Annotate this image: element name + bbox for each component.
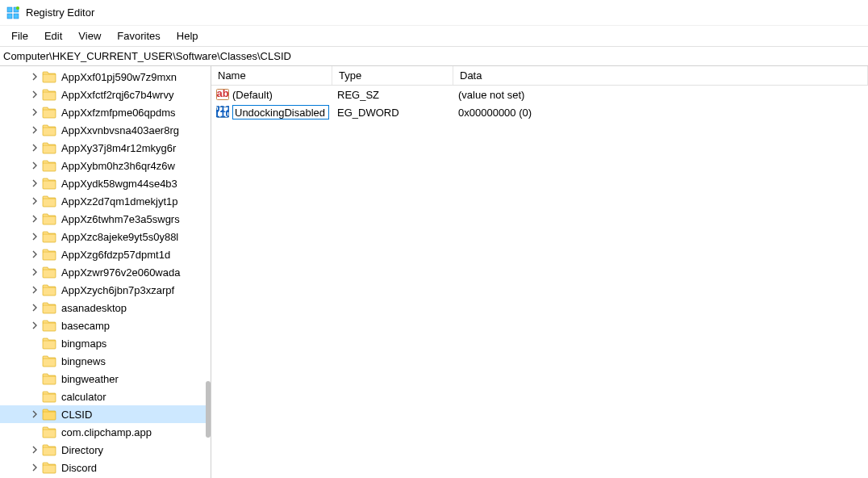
- tree-scrollbar-thumb[interactable]: [206, 381, 211, 438]
- tree-item[interactable]: com.clipchamp.app: [0, 423, 211, 441]
- tree-item[interactable]: AppXzwr976v2e060wada: [0, 263, 211, 281]
- menu-edit[interactable]: Edit: [36, 27, 70, 44]
- tree-item-label: AppXzwr976v2e060wada: [60, 266, 182, 279]
- tree-item[interactable]: AppXydk58wgm44se4b3: [0, 174, 211, 192]
- column-header-type[interactable]: Type: [332, 66, 453, 85]
- tree-item-label: com.clipchamp.app: [60, 426, 153, 438]
- tree-item[interactable]: AppXzych6jbn7p3xzarpf: [0, 281, 211, 299]
- menu-favorites[interactable]: Favorites: [109, 27, 168, 44]
- value-name-edit[interactable]: [232, 105, 329, 120]
- tree-item-label: bingmaps: [60, 338, 108, 350]
- expand-icon[interactable]: [29, 195, 40, 207]
- app-icon: [6, 6, 19, 19]
- tree-item-label: AppXz2d7qm1dmekjyt1p: [60, 195, 180, 208]
- expand-icon[interactable]: [29, 320, 40, 331]
- tree-item[interactable]: asanadesktop: [0, 299, 211, 317]
- expand-icon[interactable]: [29, 409, 40, 420]
- svg-point-4: [16, 6, 19, 10]
- menu-help[interactable]: Help: [169, 27, 207, 44]
- menu-view[interactable]: View: [70, 27, 109, 44]
- tree-item[interactable]: bingnews: [0, 352, 211, 370]
- tree-item-label: bingnews: [60, 355, 107, 367]
- cell-name: 011 110: [211, 105, 332, 120]
- expand-icon[interactable]: [29, 462, 40, 473]
- list-body[interactable]: ab (Default) REG_SZ (value not set) 011 …: [211, 86, 868, 478]
- tree-item-label: AppXzc8ajeke9yt5s0y88l: [60, 231, 180, 243]
- menu-file[interactable]: File: [3, 27, 36, 44]
- expand-icon[interactable]: [29, 142, 40, 153]
- list-header: Name Type Data: [211, 66, 868, 86]
- tree-item-label: AppXz6twhm7e3a5swgrs: [60, 213, 182, 225]
- cell-name: ab (Default): [211, 88, 332, 101]
- tree-item-label: asanadesktop: [60, 302, 128, 314]
- expand-icon[interactable]: [29, 124, 40, 136]
- tree-item-label: AppXxf01pj590w7z9mxn: [60, 71, 178, 83]
- value-name: (Default): [232, 89, 273, 101]
- list-pane: Name Type Data ab (Default) REG_SZ (valu…: [211, 66, 868, 478]
- tree-item-label: basecamp: [60, 320, 111, 332]
- tree-item[interactable]: AppXz6twhm7e3a5swgrs: [0, 210, 211, 228]
- expand-icon[interactable]: [29, 231, 40, 242]
- cell-type: EG_DWORD: [332, 107, 453, 119]
- svg-text:ab: ab: [216, 88, 228, 99]
- cell-type: REG_SZ: [332, 89, 453, 101]
- tree-item[interactable]: AppXy37j8m4r12mkyg6r: [0, 139, 211, 157]
- svg-rect-3: [14, 14, 19, 19]
- tree-item[interactable]: bingweather: [0, 370, 211, 388]
- expand-icon[interactable]: [29, 302, 40, 313]
- tree-item[interactable]: Directory: [0, 441, 211, 459]
- expand-icon[interactable]: [29, 284, 40, 296]
- expand-icon[interactable]: [29, 71, 40, 82]
- tree-item-label: AppXybm0hz3h6qr4z6w: [60, 160, 177, 172]
- tree-item[interactable]: calculator: [0, 388, 211, 405]
- column-header-name[interactable]: Name: [211, 66, 332, 85]
- expand-icon[interactable]: [29, 160, 40, 171]
- tree-item-label: AppXxfzmfpme06qpdms: [60, 107, 177, 119]
- tree-item[interactable]: AppXxfctf2rqj6c7b4wrvy: [0, 86, 211, 103]
- svg-text:110: 110: [216, 107, 229, 120]
- cell-data: (value not set): [453, 89, 868, 101]
- title-bar: Registry Editor: [0, 0, 868, 26]
- tree-item-label: AppXzg6fdzp57dpmt1d: [60, 249, 172, 261]
- main-area: AppXxf01pj590w7z9mxn AppXxfctf2rqj6c7b4w…: [0, 66, 868, 478]
- expand-icon[interactable]: [29, 249, 40, 260]
- expand-icon[interactable]: [29, 266, 40, 278]
- tree-pane[interactable]: AppXxf01pj590w7z9mxn AppXxfctf2rqj6c7b4w…: [0, 66, 211, 478]
- tree-item-label: bingweather: [60, 373, 120, 385]
- tree-item[interactable]: AppXxfzmfpme06qpdms: [0, 103, 211, 121]
- address-bar: [0, 47, 868, 66]
- tree-item-label: CLSID: [60, 409, 94, 421]
- tree-item[interactable]: AppXxf01pj590w7z9mxn: [0, 68, 211, 86]
- expand-icon[interactable]: [29, 444, 40, 455]
- expand-icon[interactable]: [29, 107, 40, 118]
- tree-item-label: calculator: [60, 391, 108, 403]
- tree-item[interactable]: AppXzg6fdzp57dpmt1d: [0, 245, 211, 263]
- tree-item-label: AppXydk58wgm44se4b3: [60, 178, 179, 190]
- tree-item[interactable]: AppXzc8ajeke9yt5s0y88l: [0, 228, 211, 245]
- tree-item[interactable]: AppXxvnbvsna403aer8rg: [0, 121, 211, 139]
- window-title: Registry Editor: [26, 6, 94, 19]
- svg-rect-0: [7, 7, 12, 12]
- tree-item[interactable]: Discord: [0, 459, 211, 476]
- value-row[interactable]: ab (Default) REG_SZ (value not set): [211, 86, 868, 103]
- tree-item[interactable]: CLSID: [0, 405, 211, 423]
- tree-item-label: AppXxfctf2rqj6c7b4wrvy: [60, 89, 175, 101]
- tree-item[interactable]: AppXz2d7qm1dmekjyt1p: [0, 192, 211, 210]
- tree-item-label: AppXzych6jbn7p3xzarpf: [60, 284, 176, 296]
- expand-icon[interactable]: [29, 178, 40, 189]
- tree-item[interactable]: bingmaps: [0, 334, 211, 352]
- column-header-data[interactable]: Data: [453, 66, 868, 85]
- address-input[interactable]: [3, 47, 865, 65]
- menu-bar: File Edit View Favorites Help: [0, 26, 868, 47]
- tree-item-label: AppXy37j8m4r12mkyg6r: [60, 142, 177, 154]
- tree-item-label: Directory: [60, 444, 105, 456]
- expand-icon[interactable]: [29, 213, 40, 224]
- tree-item[interactable]: AppXybm0hz3h6qr4z6w: [0, 157, 211, 174]
- cell-data: 0x00000000 (0): [453, 107, 868, 119]
- value-row[interactable]: 011 110 EG_DWORD 0x00000000 (0): [211, 103, 868, 121]
- tree-item-label: AppXxvnbvsna403aer8rg: [60, 124, 181, 136]
- tree-item[interactable]: basecamp: [0, 317, 211, 334]
- expand-icon[interactable]: [29, 89, 40, 100]
- tree-item-label: Discord: [60, 462, 98, 474]
- svg-rect-2: [7, 14, 12, 19]
